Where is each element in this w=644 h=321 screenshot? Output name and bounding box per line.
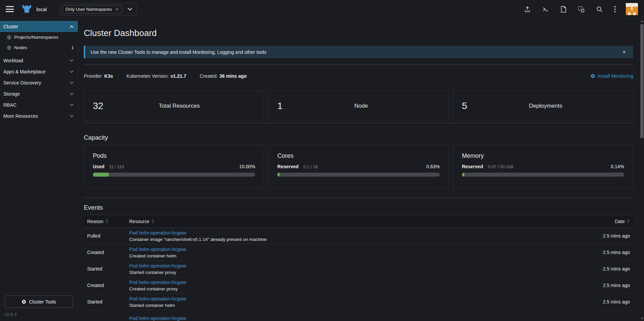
table-row: Created Pod helm-operation-hcgww Created… (84, 244, 633, 261)
page-title: Cluster Dashboard (84, 28, 633, 38)
capacity-title: Capacity (84, 134, 633, 141)
event-resource-detail: Container image "rancher/shell:v0.1.14" … (129, 236, 563, 243)
sidebar-section-storage[interactable]: Storage (0, 88, 78, 99)
gauge-percent: 0.14% (611, 164, 624, 169)
event-reason: Started (87, 266, 129, 272)
sidebar-section-label: RBAC (3, 102, 16, 108)
event-resource-link[interactable]: Pod helm-operation-hcgww (129, 279, 563, 286)
sidebar-section-label: Cluster (3, 24, 18, 29)
event-resource-detail: Started container proxy (129, 269, 563, 276)
sidebar-section-label: Service Discovery (3, 80, 41, 85)
main-content: Cluster Dashboard Use the new Cluster To… (78, 19, 640, 321)
kubernetes-version-value: v1.21.7 (171, 73, 186, 79)
install-monitoring-label: Install Monitoring (598, 73, 633, 79)
sidebar-section-apps-marketplace[interactable]: Apps & Marketplace (0, 66, 78, 77)
column-header-date[interactable]: Date (563, 219, 630, 224)
event-reason: Started (87, 299, 129, 305)
stat-value: 32 (93, 101, 103, 111)
top-header: local Only User Namespaces × (0, 0, 644, 19)
chevron-down-icon (70, 59, 74, 62)
chevron-down-icon (70, 70, 74, 73)
file-icon[interactable] (560, 6, 567, 13)
rancher-logo-icon[interactable] (21, 5, 32, 14)
banner-close-icon[interactable]: × (620, 49, 628, 55)
table-row: Pulled Pod helm-operation-hcgww Containe… (84, 228, 633, 244)
gauge-title: Memory (462, 152, 624, 159)
sidebar-item-nodes[interactable]: Nodes 1 (0, 42, 78, 53)
gauge-card-memory: Memory Reserved 0.07 / 50 GiB 0.14% (453, 145, 633, 188)
stat-value: 5 (462, 101, 467, 111)
banner-text: Use the new Cluster Tools to manage and … (91, 49, 266, 55)
stat-label: Deployments (467, 103, 624, 109)
event-resource-link[interactable]: Pod helm-operation-hcgww (129, 315, 563, 321)
chevron-down-icon (70, 115, 74, 117)
hamburger-menu-icon[interactable] (6, 6, 14, 12)
scrollbar-thumb[interactable] (640, 24, 644, 138)
sidebar: Cluster Projects/Namespaces Nodes 1 Work… (0, 19, 78, 321)
event-resource-detail: Started container helm (129, 302, 563, 309)
sidebar-item-projects-namespaces[interactable]: Projects/Namespaces (0, 32, 78, 42)
event-resource-link[interactable]: Pod helm-operation-hcgww (129, 229, 563, 236)
column-label: Date (615, 219, 625, 224)
column-header-reason[interactable]: Reason (87, 219, 129, 224)
gear-icon (22, 299, 26, 304)
gauge-metric: Used (93, 164, 104, 169)
stats-row: 32 Total Resources 1 Node 5 Deployments (84, 91, 633, 121)
sidebar-section-more-resources[interactable]: More Resources (0, 110, 78, 121)
progress-fill (93, 173, 109, 177)
stat-label: Node (283, 103, 440, 109)
kebab-menu-icon[interactable] (614, 6, 616, 13)
search-icon[interactable] (596, 6, 603, 13)
event-resource-link[interactable]: Pod helm-operation-hcgww (129, 246, 563, 253)
sidebar-footer: Cluster Tools v2.6.3 (0, 295, 78, 321)
chip-remove-icon[interactable]: × (116, 7, 118, 11)
event-date: 2.5 mins ago (563, 250, 630, 255)
stat-label: Total Resources (103, 103, 255, 109)
globe-icon (7, 35, 11, 40)
cluster-tools-label: Cluster Tools (29, 299, 56, 305)
divider (84, 123, 633, 123)
cluster-tools-button[interactable]: Cluster Tools (5, 295, 73, 308)
chevron-down-icon (128, 8, 132, 11)
kubernetes-version-meta: Kubernetes Version:v1.21.7 (127, 73, 186, 79)
sidebar-section-service-discovery[interactable]: Service Discovery (0, 77, 78, 88)
gauge-metric: Reserved (277, 164, 298, 169)
progress-bar (462, 173, 624, 177)
event-reason: Pulled (87, 233, 129, 239)
user-avatar[interactable] (626, 3, 638, 15)
sidebar-item-label: Projects/Namespaces (14, 35, 58, 40)
provider-label: Provider: (84, 73, 103, 79)
sidebar-section-label: Storage (3, 91, 20, 97)
event-resource-link[interactable]: Pod helm-operation-hcgww (129, 295, 563, 302)
namespace-filter-select[interactable]: Only User Namespaces × (60, 3, 137, 15)
gauge-metric: Reserved (462, 164, 483, 169)
cluster-name: local (36, 6, 47, 12)
install-monitoring-link[interactable]: Install Monitoring (591, 73, 633, 79)
copy-kubeconfig-icon[interactable] (578, 6, 585, 13)
table-row: Started Pod helm-operation-hcgww Started… (84, 261, 633, 277)
created-meta: Created:36 mins ago (200, 73, 247, 79)
sidebar-section-cluster[interactable]: Cluster (0, 21, 78, 32)
gear-icon (591, 74, 595, 78)
column-header-resource[interactable]: Resource (129, 219, 563, 224)
events-title: Events (84, 204, 633, 211)
sidebar-section-rbac[interactable]: RBAC (0, 99, 78, 110)
namespace-filter-chip[interactable]: Only User Namespaces × (62, 5, 122, 13)
event-resource-link[interactable]: Pod helm-operation-hcgww (129, 262, 563, 269)
capacity-row: Pods Used 11 / 110 10.00% Cores Reserved… (84, 145, 633, 188)
kubectl-shell-icon[interactable] (542, 6, 549, 13)
gauge-card-pods: Pods Used 11 / 110 10.00% (84, 145, 264, 188)
sort-icon (105, 219, 108, 223)
gauge-amount: 11 / 110 (109, 164, 124, 169)
stat-card-deployments: 5 Deployments (453, 91, 633, 121)
gauge-percent: 0.63% (426, 164, 440, 169)
version-label: v2.6.3 (0, 311, 78, 321)
scrollbar-up-arrow-icon[interactable] (640, 19, 644, 24)
scrollbar-down-arrow-icon[interactable] (640, 315, 644, 321)
sidebar-section-workload[interactable]: Workload (0, 55, 78, 66)
sidebar-section-label: More Resources (3, 113, 38, 119)
events-table-header: Reason Resource Date (84, 215, 633, 228)
upload-icon[interactable] (524, 6, 531, 13)
sidebar-item-label: Nodes (14, 45, 27, 50)
chevron-down-icon (70, 81, 74, 84)
